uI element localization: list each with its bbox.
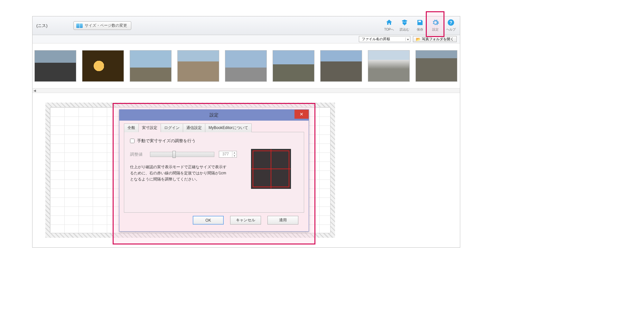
dialog-button-row: OK キャンセル 適用 (124, 213, 304, 225)
tab-panel-size: 手動で実寸サイズの調整を行う 調整値 377 ▲ ▼ (124, 132, 304, 213)
adjust-value-field[interactable]: 377 (219, 151, 232, 157)
top-toolbar: (ニス) サイズ・ページ数の変更 TOPへ 読込む (33, 16, 460, 35)
cancel-button[interactable]: キャンセル (230, 216, 261, 225)
dialog-body: 全般 実寸設定 ログイン 通信設定 MyBookEditorについて 手動で実寸… (119, 121, 309, 228)
thumbnail[interactable] (320, 50, 362, 82)
calibration-box (251, 149, 291, 189)
top-button[interactable]: TOPへ (383, 18, 396, 32)
tab-about[interactable]: MyBookEditorについて (205, 124, 252, 132)
size-page-change-button[interactable]: サイズ・ページ数の変更 (73, 21, 131, 30)
sort-select-value: ファイル名の昇順 (362, 37, 390, 41)
tab-login[interactable]: ログイン (161, 124, 183, 132)
filter-row: ファイル名の昇順 ▾ 📂 写真フォルダを開く (33, 35, 460, 43)
settings-button[interactable]: 設定 (429, 18, 442, 32)
manual-adjust-checkbox-label: 手動で実寸サイズの調整を行う (137, 138, 196, 144)
chevron-down-icon: ▾ (406, 37, 409, 41)
calibration-help-text: 仕上がり確認の実寸表示モードで正確なサイズで表示するために、右の赤い線の間隔を定… (130, 164, 227, 183)
spinner-up-icon[interactable]: ▲ (232, 151, 237, 154)
dialog-titlebar[interactable]: 設定 ✕ (119, 110, 309, 121)
close-icon: ✕ (300, 112, 303, 117)
help-icon: ? (447, 18, 455, 27)
save-button[interactable]: 保存 (414, 18, 426, 32)
thumbnail-scrollbar[interactable]: ◀ (33, 88, 460, 93)
thumbnail[interactable] (34, 50, 76, 82)
manual-adjust-checkbox[interactable] (130, 139, 135, 143)
gear-icon (431, 18, 440, 27)
thumbnail[interactable] (273, 50, 314, 82)
dialog-title: 設定 (210, 112, 219, 118)
calibration-frame (253, 151, 289, 187)
save-label: 保存 (417, 27, 423, 32)
sort-select[interactable]: ファイル名の昇順 ▾ (359, 36, 410, 42)
ok-button[interactable]: OK (193, 216, 224, 225)
apply-button[interactable]: 適用 (267, 216, 298, 225)
folder-icon: 📂 (416, 37, 421, 41)
tab-general[interactable]: 全般 (124, 124, 139, 132)
thumbnail[interactable] (82, 50, 124, 82)
dialog-close-button[interactable]: ✕ (294, 110, 309, 119)
size-page-change-label: サイズ・ページ数の変更 (85, 23, 127, 28)
thumbnail[interactable] (177, 50, 219, 82)
load-label: 読込む (400, 27, 409, 32)
open-photo-folder-button[interactable]: 📂 写真フォルダを開く (413, 36, 457, 42)
spinner-buttons: ▲ ▼ (232, 151, 237, 157)
project-name-truncated: (ニス) (36, 23, 48, 29)
svg-text:?: ? (450, 20, 453, 25)
save-icon (416, 18, 424, 27)
dialog-tabs: 全般 実寸設定 ログイン 通信設定 MyBookEditorについて (124, 123, 304, 132)
top-label: TOPへ (384, 27, 394, 32)
thumbnail[interactable] (225, 50, 267, 82)
settings-dialog: 設定 ✕ 全般 実寸設定 ログイン 通信設定 MyBookEditorについて … (119, 109, 309, 232)
load-icon (400, 18, 409, 27)
adjust-slider[interactable] (150, 152, 214, 157)
thumbnail-strip (33, 43, 460, 88)
help-label: ヘルプ (446, 27, 456, 32)
settings-label: 設定 (432, 27, 439, 32)
book-icon (76, 23, 83, 28)
thumbnail[interactable] (130, 50, 172, 82)
manual-adjust-checkbox-row[interactable]: 手動で実寸サイズの調整を行う (130, 138, 298, 144)
adjust-value-label: 調整値 (130, 152, 145, 157)
scroll-left-icon[interactable]: ◀ (33, 89, 37, 92)
help-button[interactable]: ? ヘルプ (444, 18, 457, 32)
adjust-value-spinner[interactable]: 377 ▲ ▼ (219, 151, 237, 158)
home-icon (385, 18, 393, 27)
load-button[interactable]: 読込む (398, 18, 411, 32)
thumbnail[interactable] (415, 50, 457, 82)
tab-actual-size[interactable]: 実寸設定 (138, 124, 161, 132)
spinner-down-icon[interactable]: ▼ (232, 154, 237, 157)
open-folder-label: 写真フォルダを開く (422, 37, 454, 41)
toolbar-right-icons: TOPへ 読込む 保存 設定 (383, 18, 457, 32)
tab-comm[interactable]: 通信設定 (183, 124, 205, 132)
slider-thumb[interactable] (173, 151, 176, 158)
thumbnail[interactable] (368, 50, 410, 82)
